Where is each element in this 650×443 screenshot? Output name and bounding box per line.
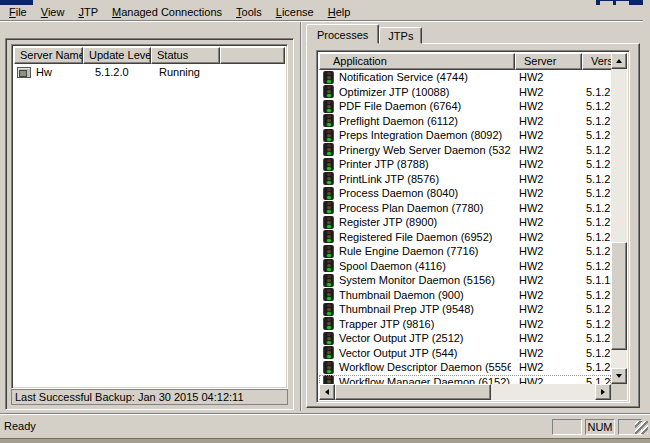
vertical-scrollbar[interactable] — [611, 53, 627, 384]
process-server: HW2 — [511, 86, 578, 98]
process-row[interactable]: Workflow Descriptor Daemon (5556) HW2 5.… — [319, 360, 611, 375]
process-application: PDF File Daemon (6764) — [333, 100, 511, 112]
traffic-light-green-icon — [324, 114, 333, 127]
process-version: 5.1.1. — [578, 274, 611, 286]
traffic-light-green-icon — [324, 332, 333, 345]
process-server: HW2 — [511, 158, 578, 170]
process-row[interactable]: Thumbnail Prep JTP (9548) HW2 5.1.2. — [319, 302, 611, 317]
process-row[interactable]: Printer JTP (8788) HW2 5.1.2. — [319, 157, 611, 172]
menu-item-mnemonic: V — [41, 6, 48, 18]
process-row[interactable]: Vector Output JTP (544) HW2 5.1.2. — [319, 346, 611, 361]
resize-grip[interactable] — [635, 421, 648, 434]
process-row[interactable]: Registered File Daemon (6952) HW2 5.1.2. — [319, 230, 611, 245]
menu-item[interactable]: File — [2, 5, 34, 20]
process-version: 5.1.2. — [578, 187, 611, 199]
traffic-light-green-icon — [324, 100, 333, 113]
process-application: PrintLink JTP (8576) — [333, 173, 511, 185]
processes-table-header: Application Server Version — [319, 53, 611, 70]
traffic-light-green-icon — [324, 303, 333, 316]
process-application: Spool Daemon (4116) — [333, 260, 511, 272]
processes-table-rows: Notification Service (4744) HW2 Optimize… — [319, 70, 611, 384]
process-version: 5.1.2. — [578, 303, 611, 315]
process-row[interactable]: Vector Output JTP (2512) HW2 5.1.2. — [319, 331, 611, 346]
process-row[interactable]: Process Daemon (8040) HW2 5.1.2. — [319, 186, 611, 201]
process-version: 5.1.2. — [578, 289, 611, 301]
process-row[interactable]: Preps Integration Daemon (8092) HW2 5.1.… — [319, 128, 611, 143]
process-server: HW2 — [511, 318, 578, 330]
menu-item-mnemonic: H — [328, 6, 336, 18]
column-header-application[interactable]: Application — [319, 53, 515, 70]
process-application: Process Plan Daemon (7780) — [333, 202, 511, 214]
last-backup-field: Last Successful Backup: Jan 30 2015 04:1… — [11, 389, 288, 405]
process-row[interactable]: Process Plan Daemon (7780) HW2 5.1.2. — [319, 201, 611, 216]
menu-item[interactable]: Help — [321, 5, 358, 20]
tab-bar: Processes JTPs — [306, 24, 422, 44]
process-row[interactable]: System Monitor Daemon (5156) HW2 5.1.1. — [319, 273, 611, 288]
menu-item[interactable]: JTP — [71, 5, 105, 20]
process-server: HW2 — [511, 115, 578, 127]
process-row[interactable]: Workflow Manager Daemon (6152) HW2 5.1.2… — [319, 375, 611, 385]
process-row[interactable]: Notification Service (4744) HW2 — [319, 70, 611, 85]
process-row[interactable]: Trapper JTP (9816) HW2 5.1.2. — [319, 317, 611, 332]
horizontal-scrollbar[interactable] — [319, 384, 611, 400]
horizontal-scroll-track[interactable] — [335, 384, 595, 400]
process-application: Rule Engine Daemon (7716) — [333, 245, 511, 257]
menu-item[interactable]: License — [269, 5, 321, 20]
process-row[interactable]: PrintLink JTP (8576) HW2 5.1.2. — [319, 172, 611, 187]
process-version: 5.1.2. — [578, 245, 611, 257]
process-server: HW2 — [511, 216, 578, 228]
process-application: Thumbnail Prep JTP (9548) — [333, 303, 511, 315]
column-header-status[interactable]: Status — [151, 47, 220, 64]
menu-item-label: anaged Connections — [121, 6, 222, 18]
scroll-right-button[interactable] — [595, 384, 611, 400]
process-version: 5.1.2. — [578, 260, 611, 272]
column-header-update-level[interactable]: Update Level — [83, 47, 151, 64]
process-server: HW2 — [511, 100, 578, 112]
column-header-server-name[interactable]: Server Name — [14, 47, 83, 64]
traffic-light-green-icon — [324, 187, 333, 200]
process-row[interactable]: PDF File Daemon (6764) HW2 5.1.2. — [319, 99, 611, 114]
server-name: Hw — [36, 66, 52, 78]
panel-splitter[interactable] — [295, 22, 301, 411]
process-row[interactable]: Preflight Daemon (6112) HW2 5.1.2. — [319, 114, 611, 129]
scroll-down-button[interactable] — [611, 368, 627, 384]
menu-item-mnemonic: F — [9, 6, 16, 18]
traffic-light-green-icon — [324, 201, 333, 214]
traffic-light-green-icon — [324, 158, 333, 171]
traffic-light-green-icon — [324, 71, 333, 84]
process-row[interactable]: Optimizer JTP (10088) HW2 5.1.2. — [319, 85, 611, 100]
tab-jtps[interactable]: JTPs — [379, 27, 422, 44]
process-version: 5.1.2. — [578, 158, 611, 170]
process-row[interactable]: Prinergy Web Server Daemon (5328) HW2 5.… — [319, 143, 611, 158]
process-row[interactable]: Spool Daemon (4116) HW2 5.1.2. — [319, 259, 611, 274]
process-version: 5.1.2. — [578, 332, 611, 344]
server-row[interactable]: Hw 5.1.2.0 Running — [14, 64, 285, 80]
horizontal-scroll-thumb[interactable] — [335, 384, 491, 400]
menu-item[interactable]: View — [34, 5, 72, 20]
menu-item[interactable]: Tools — [229, 5, 269, 20]
process-version: 5.1.2. — [578, 173, 611, 185]
process-server: HW2 — [511, 129, 578, 141]
process-application: Registered File Daemon (6952) — [333, 231, 511, 243]
process-server: HW2 — [511, 332, 578, 344]
process-version: 5.1.2. — [578, 129, 611, 141]
column-header-server[interactable]: Server — [515, 53, 582, 70]
column-header-version[interactable]: Version — [582, 53, 611, 70]
process-server: HW2 — [511, 303, 578, 315]
process-server: HW2 — [511, 245, 578, 257]
process-row[interactable]: Rule Engine Daemon (7716) HW2 5.1.2. — [319, 244, 611, 259]
scroll-up-button[interactable] — [611, 53, 627, 69]
process-application: Preps Integration Daemon (8092) — [333, 129, 511, 141]
process-version: 5.1.2. — [578, 144, 611, 156]
process-row[interactable]: Register JTP (8900) HW2 5.1.2. — [319, 215, 611, 230]
process-server: HW2 — [511, 173, 578, 185]
tab-processes[interactable]: Processes — [306, 24, 379, 44]
window-right-border — [643, 0, 650, 413]
process-server: HW2 — [511, 231, 578, 243]
process-row[interactable]: Thumbnail Daemon (900) HW2 5.1.2. — [319, 288, 611, 303]
vertical-scroll-track[interactable] — [611, 69, 627, 368]
menu-item[interactable]: Managed Connections — [105, 5, 229, 20]
vertical-scroll-thumb[interactable] — [611, 242, 627, 350]
scroll-left-button[interactable] — [319, 384, 335, 400]
process-application: Vector Output JTP (2512) — [333, 332, 511, 344]
